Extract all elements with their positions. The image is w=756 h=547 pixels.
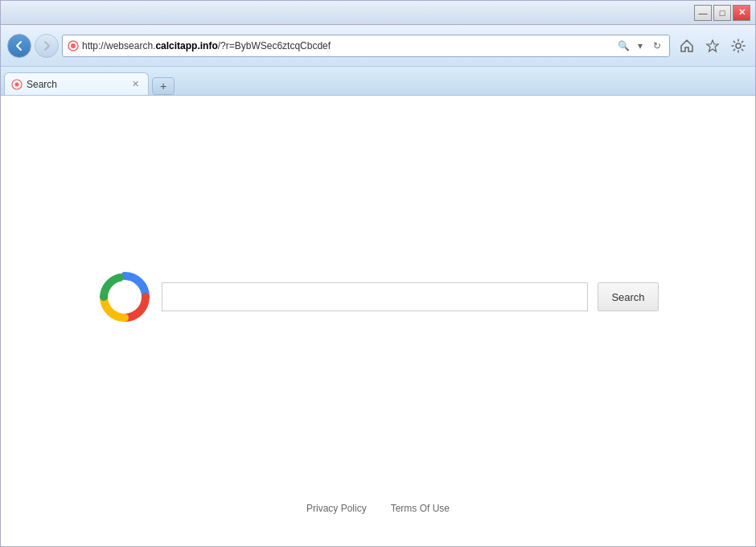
- window-controls: — □ ✕: [694, 5, 750, 21]
- titlebar: — □ ✕: [1, 1, 755, 25]
- tab-label: Search: [27, 79, 125, 90]
- logo-ring: [97, 269, 152, 324]
- address-domain: calcitapp.info: [155, 40, 217, 51]
- new-tab-button[interactable]: +: [152, 77, 175, 95]
- back-button[interactable]: [7, 34, 31, 58]
- tab-favicon: [11, 79, 23, 90]
- address-text: http://websearch.calcitapp.info/?r=BybWS…: [82, 40, 613, 51]
- browser-window: — □ ✕ http://websearch.calcitapp: [0, 0, 756, 547]
- search-area: Search: [97, 269, 658, 324]
- maximize-button[interactable]: □: [713, 5, 731, 21]
- refresh-icon[interactable]: ↻: [650, 39, 664, 53]
- close-button[interactable]: ✕: [733, 5, 750, 21]
- address-dropdown-icon[interactable]: ▾: [633, 39, 647, 53]
- settings-button[interactable]: [728, 35, 749, 56]
- svg-point-4: [15, 82, 19, 86]
- tab-search[interactable]: Search ✕: [4, 72, 149, 95]
- svg-point-1: [71, 43, 76, 48]
- tabbar: Search ✕ +: [1, 67, 755, 96]
- search-input[interactable]: [162, 282, 588, 311]
- page-footer: Privacy Policy Terms Of Use: [306, 503, 450, 514]
- navigation-bar: http://websearch.calcitapp.info/?r=BybWS…: [1, 25, 755, 67]
- page-content: Search Privacy Policy Terms Of Use: [1, 96, 755, 546]
- svg-point-2: [736, 43, 741, 48]
- privacy-policy-link[interactable]: Privacy Policy: [306, 503, 367, 514]
- page-favicon: [68, 40, 79, 51]
- right-toolbar: [676, 35, 749, 56]
- favorites-button[interactable]: [702, 35, 723, 56]
- search-button[interactable]: Search: [598, 282, 658, 311]
- svg-point-5: [110, 282, 139, 311]
- address-search-icon[interactable]: 🔍: [616, 39, 631, 53]
- address-icons: 🔍 ▾ ↻: [616, 39, 664, 53]
- terms-of-use-link[interactable]: Terms Of Use: [391, 503, 450, 514]
- tab-close-button[interactable]: ✕: [129, 78, 142, 91]
- forward-button[interactable]: [35, 34, 59, 58]
- address-bar[interactable]: http://websearch.calcitapp.info/?r=BybWS…: [62, 35, 670, 57]
- minimize-button[interactable]: —: [694, 5, 712, 21]
- home-button[interactable]: [676, 35, 697, 56]
